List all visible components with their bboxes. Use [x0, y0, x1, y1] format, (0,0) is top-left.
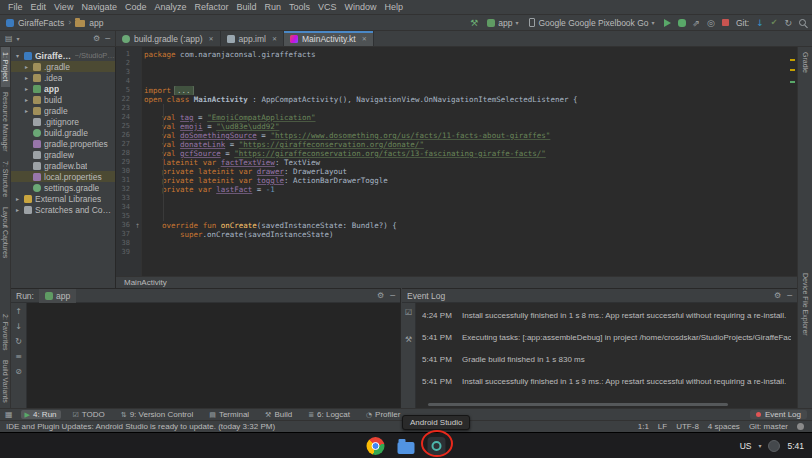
- line-number[interactable]: 33: [116, 194, 133, 203]
- stripe-resource-manager[interactable]: Resource Manager: [1, 87, 10, 157]
- hide-panel-icon[interactable]: ─: [105, 34, 110, 43]
- line-number[interactable]: 39: [116, 248, 133, 257]
- line-number[interactable]: 27: [116, 140, 133, 149]
- line-number[interactable]: 22: [116, 95, 133, 104]
- menu-item-run[interactable]: Run: [261, 2, 286, 12]
- search-icon[interactable]: [799, 19, 806, 26]
- menu-item-view[interactable]: View: [50, 2, 77, 12]
- tree-arrow-icon[interactable]: ▾: [14, 52, 21, 59]
- horizontal-scrollbar[interactable]: [428, 403, 728, 406]
- up-icon[interactable]: ↑: [15, 307, 22, 316]
- tree-item-app[interactable]: ▸app: [11, 83, 115, 94]
- line-number[interactable]: 35: [116, 212, 133, 221]
- tool-window-switcher-icon[interactable]: ▦: [5, 410, 13, 419]
- breadcrumb-module[interactable]: app: [89, 18, 103, 28]
- build-hammer-icon[interactable]: ⚒: [470, 18, 478, 28]
- gear-icon[interactable]: ⚙: [377, 291, 384, 300]
- tree-arrow-icon[interactable]: ▸: [23, 85, 30, 92]
- tree-item-idea[interactable]: ▸.idea: [11, 72, 115, 83]
- close-icon[interactable]: ✕: [272, 35, 277, 42]
- event-log-content[interactable]: 4:24 PMInstall successfully finished in …: [416, 303, 797, 408]
- stripe-1-project[interactable]: 1: Project: [1, 47, 10, 87]
- hide-panel-icon[interactable]: ─: [390, 291, 395, 300]
- git-rollback-button[interactable]: ↻: [784, 18, 792, 28]
- tree-item-gradlew[interactable]: gradlew: [11, 149, 115, 160]
- tree-arrow-icon[interactable]: ▸: [23, 74, 30, 81]
- panel-selector-icon[interactable]: ▤: [5, 34, 13, 43]
- profiler-button[interactable]: ⇗: [693, 18, 701, 28]
- options-icon[interactable]: ≡: [15, 352, 22, 361]
- close-icon[interactable]: ✕: [209, 35, 214, 42]
- stripe-7-structure[interactable]: 7: Structure: [1, 156, 10, 202]
- tool-button-logcat[interactable]: ≣6: Logcat: [304, 410, 354, 419]
- stripe-device-file-explorer[interactable]: Device File Explorer: [801, 268, 810, 341]
- event-log-button[interactable]: Event Log: [750, 410, 807, 419]
- line-number[interactable]: 31: [116, 176, 133, 185]
- line-number[interactable]: 29: [116, 158, 133, 167]
- run-console-output[interactable]: [27, 303, 400, 408]
- menu-item-file[interactable]: File: [4, 2, 27, 12]
- line-number[interactable]: 36: [116, 221, 133, 230]
- tree-item-build-gradle[interactable]: build.gradle: [11, 127, 115, 138]
- rerun-icon[interactable]: ↻: [15, 337, 22, 346]
- gear-icon[interactable]: ⚙: [93, 34, 100, 43]
- line-number[interactable]: 24: [116, 113, 133, 122]
- code-area[interactable]: 1package com.naranjaconsal.giraffefacts2…: [116, 47, 797, 257]
- caret-position[interactable]: 1:1: [638, 422, 649, 431]
- tree-item-gradle-properties[interactable]: gradle.properties: [11, 138, 115, 149]
- line-number[interactable]: 26: [116, 131, 133, 140]
- tree-arrow-icon[interactable]: ▸: [23, 107, 30, 114]
- tree-item-gradle[interactable]: ▸.gradle: [11, 61, 115, 72]
- git-branch[interactable]: Git: master: [749, 422, 788, 431]
- menu-item-build[interactable]: Build: [232, 2, 260, 12]
- device-select[interactable]: Google Google Pixelbook Go ▾: [527, 18, 656, 28]
- menu-item-navigate[interactable]: Navigate: [77, 2, 121, 12]
- tab-app-iml[interactable]: app.iml✕: [221, 31, 284, 46]
- filter-icon[interactable]: ☑: [405, 308, 412, 317]
- stripe-2-favorites[interactable]: 2: Favorites: [1, 309, 10, 356]
- tab-mainactivity-kt[interactable]: MainActivity.kt✕: [284, 31, 374, 46]
- tool-button-version-control[interactable]: ⇅9: Version Control: [117, 410, 197, 419]
- line-number[interactable]: 4: [116, 77, 133, 86]
- volume-icon[interactable]: [768, 440, 780, 452]
- close-icon[interactable]: ✕: [362, 35, 367, 42]
- git-update-button[interactable]: ↓: [756, 18, 764, 28]
- line-number[interactable]: 38: [116, 239, 133, 248]
- clear-icon[interactable]: ⊘: [15, 367, 22, 376]
- status-message[interactable]: IDE and Plugin Updates: Android Studio i…: [6, 422, 275, 431]
- stripe-build-variants[interactable]: Build Variants: [1, 355, 10, 408]
- menu-item-edit[interactable]: Edit: [27, 2, 51, 12]
- menu-item-tools[interactable]: Tools: [285, 2, 314, 12]
- breadcrumb-class[interactable]: MainActivity: [124, 278, 167, 287]
- tree-arrow-icon[interactable]: ▸: [23, 96, 30, 103]
- files-icon[interactable]: [398, 442, 415, 454]
- menu-item-analyze[interactable]: Analyze: [150, 2, 190, 12]
- tool-button-todo[interactable]: ☑TODO: [69, 410, 109, 419]
- tree-arrow-icon[interactable]: ▸: [23, 63, 30, 70]
- run-button[interactable]: [664, 19, 671, 27]
- breadcrumb-project[interactable]: GiraffeFacts: [18, 18, 64, 28]
- menu-item-window[interactable]: Window: [341, 2, 381, 12]
- line-separator[interactable]: LF: [658, 422, 667, 431]
- coverage-button[interactable]: ◎: [707, 18, 715, 28]
- line-number[interactable]: 34: [116, 203, 133, 212]
- tool-button-run[interactable]: ▶4: Run: [21, 410, 61, 419]
- stripe-gradle[interactable]: Gradle: [801, 47, 810, 78]
- debug-button[interactable]: [678, 19, 686, 27]
- inspections-icon[interactable]: [797, 423, 804, 430]
- tree-item-settings-gradle[interactable]: settings.gradle: [11, 182, 115, 193]
- tree-item-build[interactable]: ▸build: [11, 94, 115, 105]
- tree-item-gitignore[interactable]: .gitignore: [11, 116, 115, 127]
- down-icon[interactable]: ↓: [15, 322, 22, 331]
- tree-item-local-properties[interactable]: local.properties: [11, 171, 115, 182]
- line-number[interactable]: 23: [116, 104, 133, 113]
- git-commit-button[interactable]: ✔: [771, 18, 778, 27]
- code-editor[interactable]: 1package com.naranjaconsal.giraffefacts2…: [116, 47, 797, 276]
- keyboard-layout[interactable]: US: [740, 441, 752, 451]
- line-number[interactable]: 5: [116, 86, 133, 95]
- tab-build-gradle-app[interactable]: build.gradle (:app)✕: [116, 31, 221, 46]
- indent-setting[interactable]: 4 spaces: [708, 422, 740, 431]
- tree-item-scratches-and-consoles[interactable]: ▸Scratches and Consoles: [11, 204, 115, 215]
- tree-item-gradle[interactable]: ▸gradle: [11, 105, 115, 116]
- tool-button-build[interactable]: ⚒Build: [261, 410, 296, 419]
